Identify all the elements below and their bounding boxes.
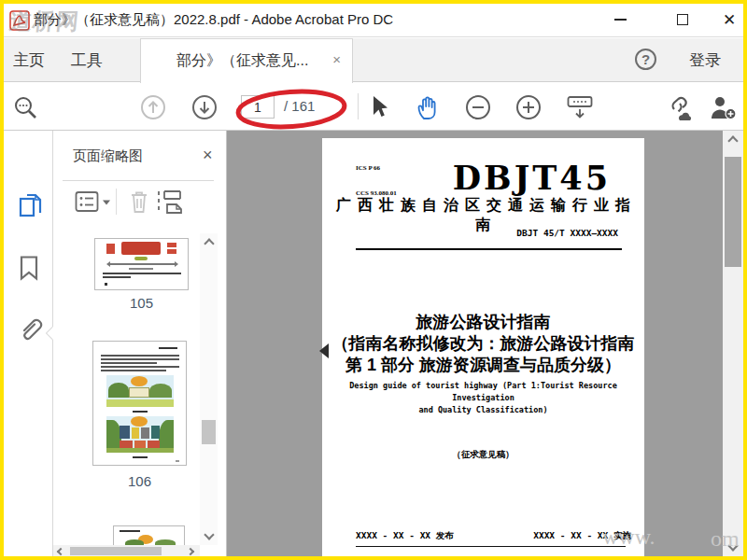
thumbnail-label[interactable]: 105 bbox=[94, 295, 189, 311]
document-scrollbar-track[interactable] bbox=[723, 131, 743, 556]
select-tool-icon[interactable] bbox=[368, 94, 392, 120]
thumb-art bbox=[101, 366, 179, 368]
thumb-art bbox=[108, 263, 176, 265]
footer-rule bbox=[356, 546, 626, 547]
panel-scroll-down-button[interactable] bbox=[200, 526, 218, 543]
page-number-input[interactable] bbox=[241, 95, 275, 119]
tab-tools[interactable]: 工具 bbox=[71, 38, 103, 82]
tab-close-icon[interactable]: × bbox=[332, 51, 341, 67]
panel-scrollbar-track[interactable] bbox=[200, 233, 218, 545]
window-title: 部分》（征求意见稿）2022.8.pdf - Adobe Acrobat Pro… bbox=[34, 11, 393, 29]
thumb-art bbox=[167, 243, 176, 247]
english-title-block: Design guide of tourist highway (Part 1:… bbox=[322, 380, 644, 416]
previous-page-icon[interactable] bbox=[140, 94, 166, 120]
navigation-pane-strip bbox=[4, 131, 53, 556]
thumb-art bbox=[106, 399, 174, 407]
search-icon[interactable] bbox=[13, 95, 38, 120]
panel-scroll-up-button[interactable] bbox=[200, 235, 218, 252]
thumb-art bbox=[175, 261, 178, 267]
sign-in-button[interactable]: 登录 bbox=[689, 49, 721, 71]
attachments-icon[interactable] bbox=[18, 315, 44, 343]
document-view[interactable]: ICS P 66 CCS 93.080.01 DBJT45 广西壮族自治区交通运… bbox=[227, 131, 743, 556]
page-thumbnails-icon[interactable] bbox=[18, 192, 44, 220]
panel-close-icon[interactable]: × bbox=[203, 146, 213, 165]
document-tab-label: 部分》（征求意见... bbox=[176, 51, 308, 71]
thumb-art bbox=[129, 387, 149, 398]
thumb-art bbox=[133, 456, 148, 458]
document-tab[interactable]: 部分》（征求意见... × bbox=[140, 38, 353, 83]
thumb-art bbox=[131, 376, 148, 386]
tab-home[interactable]: 主页 bbox=[13, 38, 45, 82]
thumbnail-label[interactable]: 106 bbox=[92, 473, 187, 489]
thumb-art bbox=[120, 426, 130, 439]
panel-options-icon[interactable] bbox=[75, 190, 99, 213]
title-line-1: 旅游公路设计指南 bbox=[322, 312, 644, 333]
panel-scrollbar-thumb[interactable] bbox=[202, 420, 216, 444]
thumb-art bbox=[108, 383, 129, 398]
thumb-art bbox=[134, 257, 148, 260]
toolbar-separator bbox=[358, 93, 359, 119]
delete-pages-icon[interactable] bbox=[128, 189, 150, 215]
thumb-art bbox=[159, 420, 174, 450]
thumbnail-page-106[interactable] bbox=[92, 341, 187, 466]
draft-note: （征求意见稿） bbox=[322, 449, 644, 461]
standard-number: DBJT 45/T XXXX—XXXX bbox=[516, 228, 618, 238]
bookmarks-icon[interactable] bbox=[18, 255, 40, 281]
thumb-art bbox=[101, 362, 157, 364]
thumb-art bbox=[167, 249, 176, 254]
bottom-watermark-suffix: om bbox=[711, 526, 740, 552]
maximize-icon bbox=[677, 14, 688, 25]
site-watermark: 道桥网 bbox=[7, 7, 80, 36]
tab-bar: 主页 工具 部分》（征求意见... × ? 登录 bbox=[4, 38, 743, 82]
panel-scroll-left-button[interactable] bbox=[54, 546, 67, 556]
active-panel-notch bbox=[47, 327, 53, 340]
thumb-art bbox=[120, 441, 133, 448]
issue-date: XXXX - XX - XX 发布 bbox=[356, 530, 454, 542]
thumb-art bbox=[148, 441, 160, 448]
document-scrollbar-thumb[interactable] bbox=[725, 157, 741, 267]
extract-pages-icon[interactable] bbox=[156, 189, 184, 215]
thumb-art bbox=[121, 242, 161, 255]
close-button[interactable]: ✕ bbox=[711, 4, 747, 35]
title-line-2: （指南名称拟修改为：旅游公路设计指南 bbox=[322, 333, 644, 355]
page-thumbnails-panel: 页面缩略图 × bbox=[53, 131, 227, 556]
chevron-right-icon bbox=[187, 547, 194, 554]
panel-options-caret-icon[interactable] bbox=[102, 199, 111, 206]
thumb-art bbox=[120, 530, 140, 532]
english-title-line-1: Design guide of tourist highway (Part 1:… bbox=[322, 380, 644, 404]
help-icon: ? bbox=[641, 51, 650, 67]
thumb-art bbox=[151, 426, 160, 439]
bottom-watermark-prefix: www. bbox=[602, 525, 655, 550]
zoom-out-icon[interactable] bbox=[465, 94, 491, 120]
panel-hscrollbar-thumb[interactable] bbox=[70, 547, 162, 555]
maximize-button[interactable] bbox=[664, 4, 701, 35]
help-button[interactable]: ? bbox=[635, 49, 656, 70]
page-fit-selector-icon[interactable] bbox=[566, 94, 594, 120]
panel-divider bbox=[63, 180, 214, 181]
next-page-icon[interactable] bbox=[191, 94, 218, 120]
zoom-in-icon[interactable] bbox=[515, 94, 542, 120]
hand-tool-icon[interactable] bbox=[415, 93, 443, 121]
thumbnail-page-107-partial[interactable] bbox=[113, 525, 185, 545]
share-with-people-icon[interactable] bbox=[710, 94, 738, 120]
document-scroll-up-button[interactable] bbox=[723, 133, 743, 149]
chevron-down-icon bbox=[204, 529, 214, 539]
title-line-3: 第 1 部分 旅游资源调查与品质分级） bbox=[322, 355, 644, 376]
panel-tools-separator bbox=[116, 189, 117, 215]
thumb-art bbox=[106, 261, 110, 267]
thumb-art bbox=[103, 276, 131, 278]
title-bar: 道桥网 部分》（征求意见稿）2022.8.pdf - Adobe Acrobat… bbox=[4, 4, 743, 37]
minimize-button[interactable] bbox=[601, 4, 639, 35]
thumbnail-page-105[interactable] bbox=[94, 238, 189, 290]
document-title-block: 旅游公路设计指南 （指南名称拟修改为：旅游公路设计指南 第 1 部分 旅游资源调… bbox=[322, 312, 644, 376]
share-link-icon[interactable] bbox=[663, 95, 693, 120]
thumb-art bbox=[134, 441, 146, 448]
minimize-icon bbox=[614, 19, 627, 21]
thumb-art bbox=[101, 355, 179, 357]
header-rule bbox=[356, 248, 622, 250]
thumb-art bbox=[129, 268, 153, 270]
thumb-art bbox=[132, 427, 139, 439]
panel-collapse-handle[interactable] bbox=[319, 343, 329, 358]
thumb-art bbox=[106, 244, 115, 254]
panel-scroll-right-button[interactable] bbox=[184, 546, 197, 556]
